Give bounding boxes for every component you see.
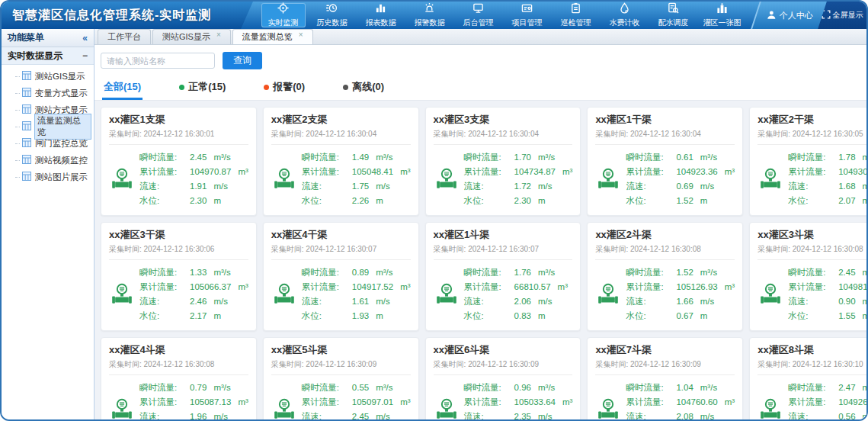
grid-table-icon — [22, 155, 31, 166]
grid-table-icon — [22, 71, 31, 82]
nav-alarm-data[interactable]: 报警数据 — [408, 3, 452, 27]
station-name: xx灌区4斗渠 — [109, 343, 248, 357]
station-card[interactable]: xx灌区1支渠 采集时间: 2024-12-12 16:30:01 瞬时流量:2… — [101, 107, 257, 216]
sidebar-item-label: 变量方式显示 — [35, 88, 88, 99]
station-card[interactable]: xx灌区8斗渠 采集时间: 2024-12-12 16:30:10 瞬时流量:2… — [749, 337, 866, 419]
collapse-minus-icon: − — [82, 50, 88, 61]
velocity-row: 流速:1.96m/s — [139, 410, 248, 419]
flow-meter-icon — [271, 283, 297, 306]
station-name-search-input[interactable] — [101, 53, 215, 69]
water-drop-icon — [619, 2, 630, 17]
station-card[interactable]: xx灌区1干渠 采集时间: 2024-12-12 16:30:04 瞬时流量:0… — [587, 107, 743, 216]
nav-realtime-monitoring[interactable]: 实时监测 — [261, 3, 306, 27]
filter-normal[interactable]: 正常(15) — [178, 77, 227, 100]
close-icon[interactable]: × — [216, 31, 221, 39]
sidebar-item-variable-display[interactable]: 变量方式显示 — [12, 85, 94, 101]
instant-flow-row: 瞬时流量:0.79m³/s — [139, 381, 248, 395]
sidebar-item-station-gis[interactable]: 测站GIS显示 — [12, 68, 94, 85]
total-flow-row: 累计流量:105126.93m³ — [626, 280, 735, 294]
sidebar-collapse-icon[interactable]: « — [82, 33, 88, 43]
target-icon — [277, 2, 289, 17]
nav-water-dispatch[interactable]: 配水调度 — [652, 3, 696, 27]
project-card-icon — [521, 2, 533, 17]
grid-table-icon — [22, 172, 31, 182]
sidebar-item-label: 测站GIS显示 — [35, 71, 85, 82]
flow-meter-icon — [271, 168, 297, 191]
station-card[interactable]: xx灌区1斗渠 采集时间: 2024-12-12 16:30:07 瞬时流量:1… — [425, 222, 581, 331]
instant-flow-row: 瞬时流量:1.04m³/s — [626, 381, 735, 395]
sidebar-item-label: 测站视频监控 — [35, 155, 88, 166]
nav-inspection-management[interactable]: 巡检管理 — [554, 3, 598, 27]
sidebar-item-label: 闸门监控总览 — [35, 138, 88, 149]
flow-meter-icon — [434, 283, 460, 306]
nav-report-data[interactable]: 报表数据 — [359, 3, 403, 27]
station-card[interactable]: xx灌区2支渠 采集时间: 2024-12-12 16:30:04 瞬时流量:1… — [263, 107, 419, 216]
app-title-block: 智慧灌区信息化管理系统-实时监测 — [2, 2, 253, 29]
instant-flow-row: 瞬时流量:2.45m³/s — [139, 150, 248, 165]
station-grid: xx灌区1支渠 采集时间: 2024-12-12 16:30:01 瞬时流量:2… — [101, 107, 860, 419]
query-button[interactable]: 查询 — [223, 52, 262, 69]
nav-label: 配水调度 — [658, 18, 689, 28]
flow-meter-icon — [595, 168, 621, 191]
nav-label: 水费计收 — [610, 18, 640, 28]
station-name: xx灌区5斗渠 — [271, 343, 411, 357]
filter-alarm[interactable]: 报警(0) — [262, 77, 306, 100]
collect-time: 采集时间: 2024-12-12 16:30:07 — [434, 244, 573, 260]
app-header: 智慧灌区信息化管理系统-实时监测 实时监测 历史数据 报表数据 报警数据 后台管… — [2, 2, 866, 29]
water-level-row: 水位:0.83m — [464, 309, 573, 323]
water-level-row: 水位:2.17m — [139, 309, 248, 323]
monitor-icon — [472, 2, 484, 17]
station-card[interactable]: xx灌区4干渠 采集时间: 2024-12-12 16:30:07 瞬时流量:0… — [263, 222, 419, 331]
instant-flow-row: 瞬时流量:1.78m³/s — [788, 150, 866, 165]
station-card[interactable]: xx灌区3斗渠 采集时间: 2024-12-12 16:30:08 瞬时流量:2… — [749, 222, 866, 331]
station-card[interactable]: xx灌区3干渠 采集时间: 2024-12-12 16:30:06 瞬时流量:1… — [101, 222, 257, 331]
tab-flow-monitoring-overview[interactable]: 流量监测总览 × — [232, 29, 313, 44]
sidebar-item-flow-monitoring-overview[interactable]: 流量监测总览 — [12, 118, 94, 135]
instant-flow-row: 瞬时流量:1.49m³/s — [302, 150, 411, 165]
station-card[interactable]: xx灌区6斗渠 采集时间: 2024-12-12 16:30:09 瞬时流量:0… — [425, 337, 581, 419]
instant-flow-row: 瞬时流量:1.52m³/s — [626, 265, 735, 280]
collect-time: 采集时间: 2024-12-12 16:30:09 — [271, 359, 411, 375]
station-card[interactable]: xx灌区4斗渠 采集时间: 2024-12-12 16:30:08 瞬时流量:0… — [101, 337, 257, 419]
nav-history-data[interactable]: 历史数据 — [310, 3, 354, 27]
sidebar-item-gate-monitoring-overview[interactable]: 闸门监控总览 — [12, 135, 94, 152]
nav-irrigation-map[interactable]: 灌区一张图 — [700, 3, 745, 27]
nav-project-management[interactable]: 项目管理 — [505, 3, 549, 27]
sidebar-item-station-video[interactable]: 测站视频监控 — [12, 152, 94, 169]
tab-workbench[interactable]: 工作平台 — [98, 29, 151, 44]
alarm-siren-icon — [424, 2, 435, 17]
total-flow-row: 累计流量:104970.87m³ — [139, 165, 248, 179]
personal-center-button[interactable]: 个人中心 — [751, 2, 827, 29]
nav-backend-management[interactable]: 后台管理 — [456, 3, 501, 27]
filter-all[interactable]: 全部(15) — [102, 77, 143, 100]
total-flow-row: 累计流量:104760.60m³ — [626, 395, 735, 410]
instant-flow-row: 瞬时流量:0.61m³/s — [626, 150, 735, 165]
tab-station-gis[interactable]: 测站GIS显示 × — [152, 29, 231, 44]
velocity-row: 流速:1.61m/s — [302, 294, 411, 309]
flow-meter-icon — [434, 398, 460, 419]
sidebar-section-label: 实时数据显示 — [8, 50, 62, 63]
sidebar: 功能菜单 « 实时数据显示 − 测站GIS显示 变量方式显示 测站方式显示 — [2, 29, 94, 419]
clipboard-icon — [570, 2, 581, 17]
station-card[interactable]: xx灌区2干渠 采集时间: 2024-12-12 16:30:05 瞬时流量:1… — [749, 107, 866, 216]
sidebar-section-realtime-display[interactable]: 实时数据显示 − — [2, 47, 94, 65]
station-card[interactable]: xx灌区7斗渠 采集时间: 2024-12-12 16:30:09 瞬时流量:1… — [587, 337, 743, 419]
station-name: xx灌区2支渠 — [271, 113, 411, 127]
bar-chart-icon — [375, 2, 386, 17]
tab-label: 流量监测总览 — [242, 31, 293, 43]
nav-water-fee[interactable]: 水费计收 — [603, 3, 647, 27]
filter-label: 全部(15) — [104, 80, 141, 94]
sidebar-item-station-pictures[interactable]: 测站图片展示 — [12, 169, 94, 185]
station-card[interactable]: xx灌区2斗渠 采集时间: 2024-12-12 16:30:08 瞬时流量:1… — [587, 222, 743, 331]
station-card[interactable]: xx灌区5斗渠 采集时间: 2024-12-12 16:30:09 瞬时流量:0… — [263, 337, 419, 419]
close-icon[interactable]: × — [299, 31, 303, 39]
filter-label: 离线(0) — [352, 80, 384, 94]
total-flow-row: 累计流量:104926.71m³ — [788, 395, 866, 410]
filter-offline[interactable]: 离线(0) — [341, 77, 386, 100]
station-card[interactable]: xx灌区3支渠 采集时间: 2024-12-12 16:30:04 瞬时流量:1… — [425, 107, 581, 216]
velocity-row: 流速:2.45m/s — [302, 410, 411, 419]
velocity-row: 流速:1.66m/s — [626, 294, 735, 309]
filter-label: 正常(15) — [188, 80, 226, 94]
total-flow-row: 累计流量:105066.37m³ — [139, 280, 248, 294]
nav-label: 历史数据 — [317, 18, 348, 28]
